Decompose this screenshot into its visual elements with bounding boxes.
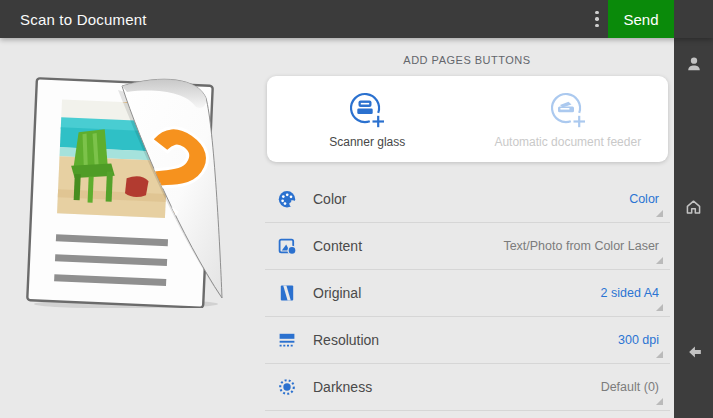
document-preview: 2 <box>14 46 244 308</box>
resolution-icon <box>277 330 297 350</box>
content-image-icon <box>277 236 297 256</box>
setting-row-resolution[interactable]: Resolution 300 dpi <box>265 317 670 364</box>
overflow-menu-icon[interactable] <box>585 0 609 38</box>
setting-label: Color <box>313 191 346 207</box>
darkness-icon <box>277 377 297 397</box>
settings-list: Color Color Content Text/Photo from Colo… <box>262 176 672 411</box>
palette-icon <box>277 189 297 209</box>
home-icon[interactable] <box>674 190 713 222</box>
dropdown-corner-icon <box>656 304 663 311</box>
setting-row-original[interactable]: Original 2 sided A4 <box>265 270 670 317</box>
setting-row-darkness[interactable]: Darkness Default (0) <box>265 364 670 411</box>
dropdown-corner-icon <box>656 210 663 217</box>
top-app-bar: Scan to Document Send <box>0 0 713 38</box>
setting-value: 300 dpi <box>618 333 659 347</box>
setting-label: Resolution <box>313 332 379 348</box>
main-content: 2 ADD PAGES BUTTONS <box>0 38 674 418</box>
back-arrow-icon[interactable] <box>674 336 713 368</box>
beach-bag <box>125 176 149 198</box>
setting-label: Original <box>313 285 361 301</box>
dropdown-corner-icon <box>656 257 663 264</box>
adf-add-icon <box>547 89 589 131</box>
dropdown-corner-icon <box>656 351 663 358</box>
adf-button[interactable]: Automatic document feeder <box>468 89 669 149</box>
scanner-glass-label: Scanner glass <box>329 135 405 149</box>
add-pages-card: Scanner glass Automatic document feeder <box>267 76 668 162</box>
dropdown-corner-icon <box>656 398 663 405</box>
setting-value: Color <box>629 192 659 206</box>
scan-to-document-screen: Scan to Document Send <box>0 0 713 418</box>
setting-value: 2 sided A4 <box>601 286 659 300</box>
setting-label: Darkness <box>313 379 372 395</box>
setting-row-content[interactable]: Content Text/Photo from Color Laser <box>265 223 670 270</box>
setting-value: Text/Photo from Color Laser <box>503 239 659 253</box>
send-button[interactable]: Send <box>608 0 674 38</box>
scanner-glass-button[interactable]: Scanner glass <box>267 89 468 149</box>
page-title: Scan to Document <box>20 11 147 28</box>
scanner-glass-add-icon <box>346 89 388 131</box>
original-page-icon <box>277 283 297 303</box>
setting-value: Default (0) <box>601 380 659 394</box>
navigation-sidebar <box>674 38 713 418</box>
setting-label: Content <box>313 238 362 254</box>
adf-label: Automatic document feeder <box>494 135 641 149</box>
account-icon[interactable] <box>674 48 713 80</box>
settings-panel: ADD PAGES BUTTONS Scanner glass <box>262 38 672 411</box>
add-pages-heading: ADD PAGES BUTTONS <box>262 54 672 66</box>
setting-row-color[interactable]: Color Color <box>265 176 670 223</box>
